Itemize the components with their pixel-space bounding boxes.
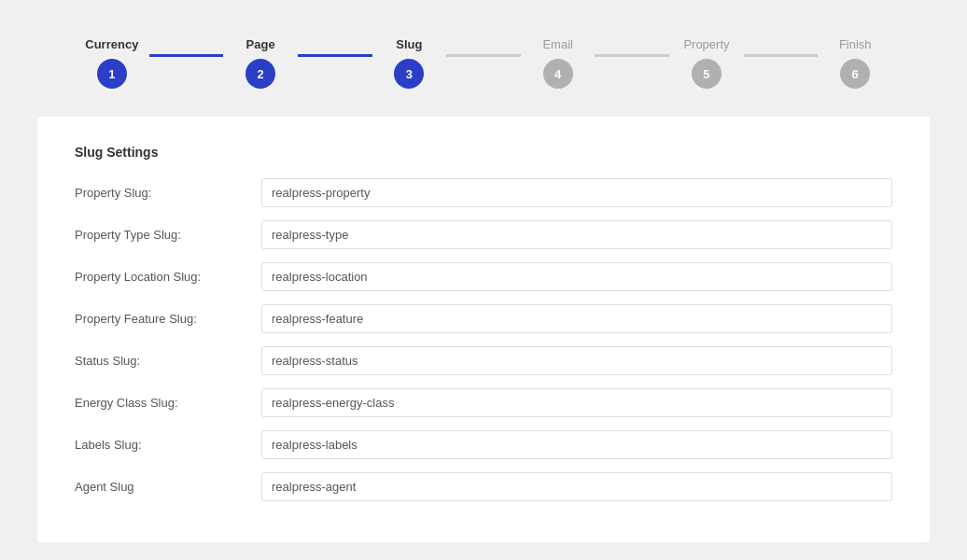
input-property-type-slug[interactable] bbox=[261, 220, 892, 249]
connector-4 bbox=[595, 54, 669, 57]
form-row-energy-class-slug: Energy Class Slug: bbox=[75, 388, 892, 417]
connector-1 bbox=[149, 54, 224, 57]
label-property-location-slug: Property Location Slug: bbox=[75, 270, 261, 284]
step-4-email: Email 4 bbox=[521, 37, 596, 89]
step-1-currency: Currency 1 bbox=[75, 37, 149, 89]
step-5-label: Property bbox=[683, 37, 729, 51]
step-3-label: Slug bbox=[396, 37, 422, 51]
step-4-circle: 4 bbox=[543, 59, 573, 89]
input-property-slug[interactable] bbox=[261, 178, 892, 207]
label-property-slug: Property Slug: bbox=[75, 186, 261, 200]
input-property-location-slug[interactable] bbox=[261, 262, 892, 291]
label-labels-slug: Labels Slug: bbox=[75, 438, 261, 452]
step-1-label: Currency bbox=[85, 37, 138, 51]
form-row-status-slug: Status Slug: bbox=[75, 346, 892, 375]
step-6-label: Finish bbox=[839, 37, 872, 51]
section-title: Slug Settings bbox=[75, 145, 892, 160]
step-6-finish: Finish 6 bbox=[818, 37, 892, 89]
label-energy-class-slug: Energy Class Slug: bbox=[75, 396, 261, 410]
input-status-slug[interactable] bbox=[261, 346, 892, 375]
form-row-property-type-slug: Property Type Slug: bbox=[75, 220, 892, 249]
label-status-slug: Status Slug: bbox=[75, 354, 261, 368]
label-agent-slug: Agent Slug bbox=[75, 480, 261, 494]
input-property-feature-slug[interactable] bbox=[261, 304, 892, 333]
stepper-inner: Currency 1 Page 2 Slug 3 bbox=[75, 37, 892, 89]
step-5-circle: 5 bbox=[692, 59, 722, 89]
step-1-circle: 1 bbox=[97, 59, 127, 89]
page-wrapper: Currency 1 Page 2 Slug 3 bbox=[19, 19, 948, 560]
step-2-label: Page bbox=[246, 37, 275, 51]
connector-5 bbox=[744, 54, 819, 57]
form-row-property-feature-slug: Property Feature Slug: bbox=[75, 304, 892, 333]
step-3-slug: Slug 3 bbox=[372, 37, 447, 89]
content-card: Slug Settings Property Slug: Property Ty… bbox=[37, 117, 930, 542]
connector-3 bbox=[446, 54, 521, 57]
step-6-circle: 6 bbox=[840, 59, 870, 89]
input-labels-slug[interactable] bbox=[261, 430, 892, 459]
step-2-circle: 2 bbox=[245, 59, 275, 89]
form-row-property-location-slug: Property Location Slug: bbox=[75, 262, 892, 291]
step-2-page: Page 2 bbox=[223, 37, 298, 89]
step-5-property: Property 5 bbox=[669, 37, 744, 89]
form-row-labels-slug: Labels Slug: bbox=[75, 430, 892, 459]
form-row-property-slug: Property Slug: bbox=[75, 178, 892, 207]
step-3-circle: 3 bbox=[394, 59, 424, 89]
form-row-agent-slug: Agent Slug bbox=[75, 472, 892, 501]
connector-2 bbox=[298, 54, 372, 57]
label-property-feature-slug: Property Feature Slug: bbox=[75, 312, 261, 326]
stepper: Currency 1 Page 2 Slug 3 bbox=[19, 19, 948, 117]
input-agent-slug[interactable] bbox=[261, 472, 892, 501]
step-4-label: Email bbox=[542, 37, 573, 51]
input-energy-class-slug[interactable] bbox=[261, 388, 892, 417]
label-property-type-slug: Property Type Slug: bbox=[75, 228, 261, 242]
